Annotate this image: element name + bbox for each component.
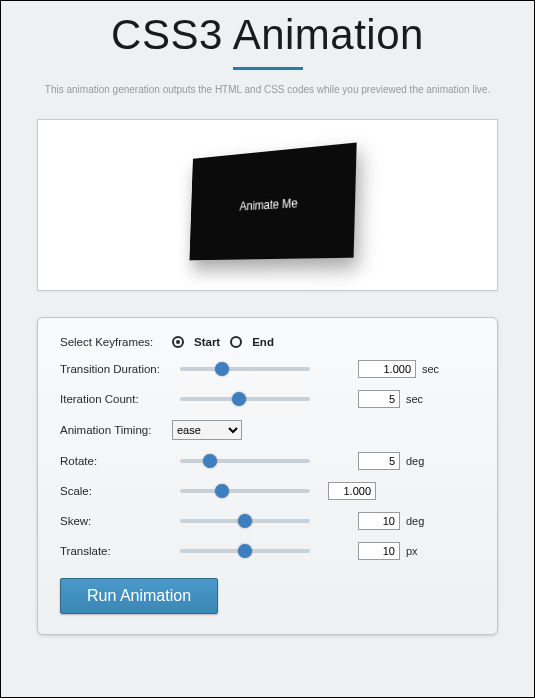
keyframe-end-label: End [252,336,274,348]
duration-label: Transition Duration: [60,363,172,375]
iterations-unit: sec [406,393,423,405]
animate-card: Animate Me [189,143,356,261]
controls-panel: Select Keyframes: Start End Transition D… [37,317,498,635]
iterations-label: Iteration Count: [60,393,172,405]
keyframe-end-radio[interactable] [230,336,242,348]
preview-panel: Animate Me [37,119,498,291]
scale-input[interactable] [328,482,376,500]
duration-slider[interactable] [180,367,310,371]
skew-label: Skew: [60,515,172,527]
scale-slider[interactable] [180,489,310,493]
animate-card-label: Animate Me [239,196,298,213]
scale-label: Scale: [60,485,172,497]
rotate-label: Rotate: [60,455,172,467]
translate-input[interactable] [358,542,400,560]
skew-input[interactable] [358,512,400,530]
iterations-input[interactable] [358,390,400,408]
rotate-input[interactable] [358,452,400,470]
timing-select[interactable]: ease [172,420,242,440]
keyframe-start-radio[interactable] [172,336,184,348]
keyframes-label: Select Keyframes: [60,336,172,348]
run-animation-button[interactable]: Run Animation [60,578,218,614]
rotate-slider[interactable] [180,459,310,463]
title-underline [233,67,303,70]
page-subtitle: This animation generation outputs the HT… [29,82,506,97]
duration-unit: sec [422,363,439,375]
translate-slider[interactable] [180,549,310,553]
keyframe-start-label: Start [194,336,220,348]
iterations-slider[interactable] [180,397,310,401]
translate-unit: px [406,545,418,557]
rotate-unit: deg [406,455,424,467]
skew-unit: deg [406,515,424,527]
timing-label: Animation Timing: [60,424,172,436]
skew-slider[interactable] [180,519,310,523]
duration-input[interactable] [358,360,416,378]
page-title: CSS3 Animation [1,11,534,59]
translate-label: Translate: [60,545,172,557]
